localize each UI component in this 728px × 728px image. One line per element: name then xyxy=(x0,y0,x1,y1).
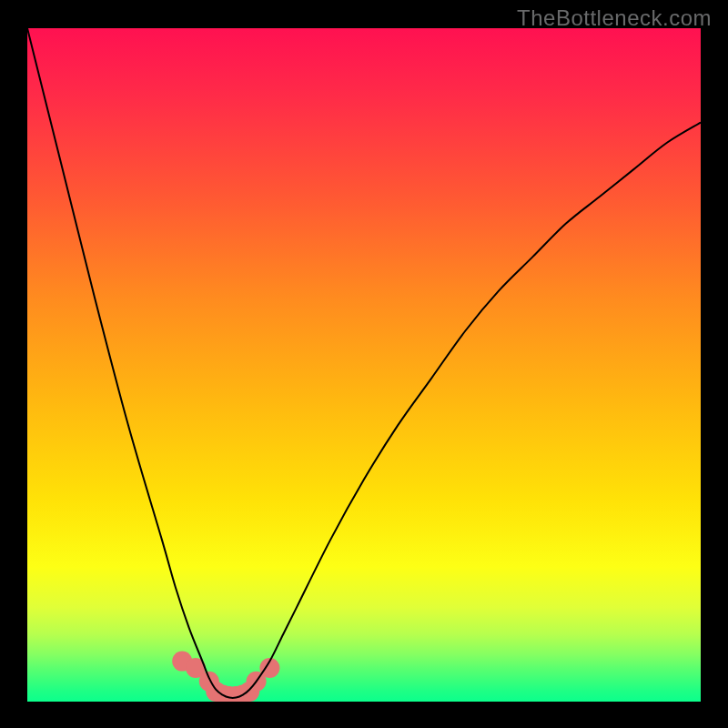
watermark-text: TheBottleneck.com xyxy=(517,5,712,31)
bottleneck-curve xyxy=(27,28,701,698)
plot-area xyxy=(27,28,701,702)
curve-layer xyxy=(27,28,701,702)
marker-series xyxy=(172,652,279,702)
chart-container: TheBottleneck.com xyxy=(0,0,728,728)
